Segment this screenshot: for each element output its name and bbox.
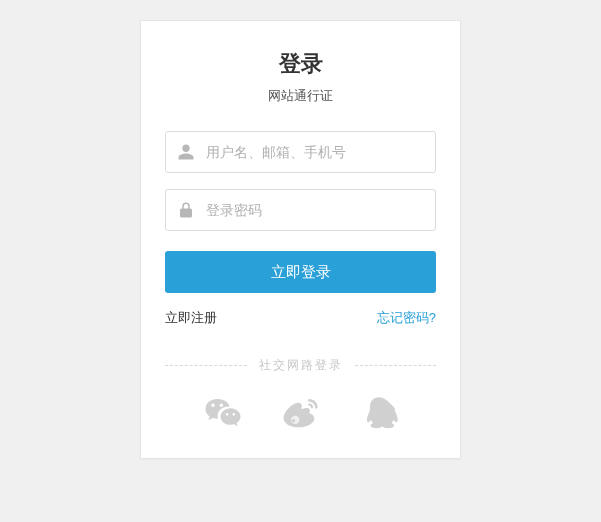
- wechat-icon[interactable]: [203, 394, 243, 434]
- forgot-password-link[interactable]: 忘记密码?: [377, 309, 436, 327]
- social-row: [165, 394, 436, 434]
- qq-icon[interactable]: [359, 394, 399, 434]
- lock-icon: [177, 201, 195, 219]
- page-subtitle: 网站通行证: [165, 87, 436, 105]
- username-input[interactable]: [165, 131, 436, 173]
- password-field-wrap: [165, 189, 436, 231]
- weibo-icon[interactable]: [281, 394, 321, 434]
- aux-links: 立即注册 忘记密码?: [165, 309, 436, 327]
- login-button[interactable]: 立即登录: [165, 251, 436, 293]
- register-link[interactable]: 立即注册: [165, 309, 217, 327]
- page-title: 登录: [165, 49, 436, 79]
- username-field-wrap: [165, 131, 436, 173]
- social-divider-label: 社交网路登录: [247, 357, 355, 374]
- login-card: 登录 网站通行证 立即登录 立即注册 忘记密码? 社交网路登录: [140, 20, 461, 459]
- svg-point-1: [291, 419, 294, 422]
- social-divider: 社交网路登录: [165, 357, 436, 374]
- password-input[interactable]: [165, 189, 436, 231]
- user-icon: [177, 143, 195, 161]
